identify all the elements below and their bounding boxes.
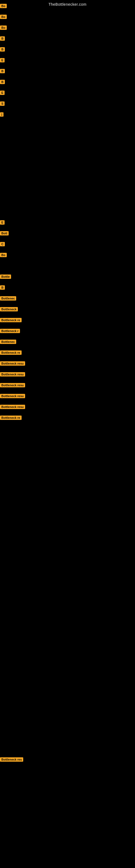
site-title: TheBottlenecker.com bbox=[0, 0, 135, 8]
badge-b10: S bbox=[0, 101, 5, 106]
badge-b13: Bott bbox=[0, 231, 9, 236]
badge-b23: Bottleneck re bbox=[0, 350, 21, 355]
badge-b18: Bottlenec bbox=[0, 296, 16, 301]
badge-b11: | bbox=[0, 112, 3, 117]
badge-b14: C bbox=[0, 242, 5, 246]
badge-b26: Bottleneck resu bbox=[0, 383, 25, 388]
badge-b1: Bo bbox=[0, 4, 7, 8]
badge-b28: Bottleneck resu bbox=[0, 405, 25, 409]
badge-b9: E bbox=[0, 91, 5, 95]
badge-b29: Bottleneck re bbox=[0, 415, 21, 420]
badge-b4: B bbox=[0, 36, 5, 41]
badge-b2: Bo bbox=[0, 14, 7, 19]
badge-b12: E bbox=[0, 220, 5, 225]
badge-b16: Bottle bbox=[0, 275, 11, 279]
badge-b8: B bbox=[0, 80, 5, 84]
badge-b24: Bottleneck resu bbox=[0, 361, 25, 366]
badge-b6: E bbox=[0, 58, 5, 62]
bottom-badge: Bottleneck res bbox=[0, 757, 23, 762]
badge-b15: Bo bbox=[0, 253, 7, 257]
badge-b5: B bbox=[0, 47, 5, 52]
badge-b27: Bottleneck resu bbox=[0, 394, 25, 398]
badge-b19: Bottleneck bbox=[0, 307, 18, 311]
badge-b25: Bottleneck resu bbox=[0, 372, 25, 376]
badge-b3: Bo bbox=[0, 26, 7, 30]
badge-b7: B bbox=[0, 69, 5, 73]
badge-b20: Bottleneck re bbox=[0, 318, 21, 322]
badge-b17: B bbox=[0, 285, 5, 290]
badge-b21: Bottleneck r bbox=[0, 329, 20, 333]
badge-b22: Bottlenec bbox=[0, 340, 16, 344]
